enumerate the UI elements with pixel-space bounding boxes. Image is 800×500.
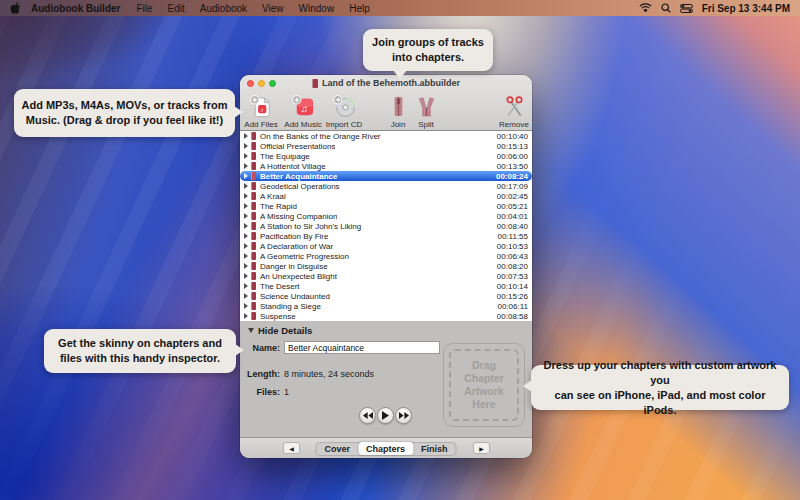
menu-item[interactable]: Edit <box>168 3 185 14</box>
artwork-dropzone-inner: DragChapterArtworkHere <box>449 349 519 421</box>
track-row[interactable]: A Station to Sir John's Liking 00:08:40 <box>240 221 532 231</box>
page-segmented-control: Cover Chapters Finish <box>315 442 456 456</box>
track-name: Suspense <box>260 312 296 321</box>
control-center-icon[interactable] <box>680 4 693 13</box>
chapter-icon <box>251 162 256 170</box>
menu-item[interactable]: Audiobook <box>200 3 247 14</box>
disclosure-triangle-icon[interactable] <box>244 153 248 159</box>
disclosure-triangle-icon[interactable] <box>244 263 248 269</box>
callout-text: Dress up your chapters with custom artwo… <box>537 358 783 388</box>
disclosure-triangle-icon[interactable] <box>244 133 248 139</box>
track-row[interactable]: Pacification By Fire 00:11:55 <box>240 231 532 241</box>
menu-item[interactable]: File <box>136 3 152 14</box>
name-label: Name: <box>242 343 280 353</box>
status-area: Fri Sep 13 3:44 PM <box>639 3 800 14</box>
play-button[interactable] <box>377 407 394 424</box>
chapter-icon <box>251 262 256 270</box>
remove-button[interactable]: Remove <box>492 93 536 129</box>
track-duration: 00:11:55 <box>497 232 528 241</box>
menu-clock[interactable]: Fri Sep 13 3:44 PM <box>702 3 790 14</box>
chapter-icon <box>251 312 256 320</box>
menu-item[interactable]: Help <box>349 3 370 14</box>
disclosure-triangle-icon[interactable] <box>244 213 248 219</box>
menu-item[interactable]: Window <box>299 3 335 14</box>
disclosure-triangle-icon[interactable] <box>244 203 248 209</box>
artwork-hint-line: Chapter <box>464 372 504 385</box>
disclosure-triangle-icon[interactable] <box>244 243 248 249</box>
callout-tail <box>234 106 243 118</box>
track-row[interactable]: Geodetical Operations 00:17:09 <box>240 181 532 191</box>
wifi-icon[interactable] <box>639 3 652 13</box>
add-music-button[interactable]: ♫ Add Music <box>281 93 325 129</box>
track-row[interactable]: A Kraal 00:02:45 <box>240 191 532 201</box>
track-row[interactable]: Official Presentations 00:15:13 <box>240 141 532 151</box>
track-row[interactable]: Better Acquaintance 00:08:24 <box>240 171 532 181</box>
track-row[interactable]: The Equipage 00:06:00 <box>240 151 532 161</box>
tab-finish[interactable]: Finish <box>413 442 456 455</box>
callout-text: Add MP3s, M4As, MOVs, or tracks from <box>20 98 229 113</box>
track-row[interactable]: On the Banks of the Orange River 00:10:4… <box>240 131 532 141</box>
track-row[interactable]: Danger in Disguise 00:08:20 <box>240 261 532 271</box>
join-button[interactable]: Join <box>383 93 413 129</box>
chapter-icon <box>251 252 256 260</box>
tab-chapters[interactable]: Chapters <box>358 442 413 455</box>
track-row[interactable]: A Missing Companion 00:04:01 <box>240 211 532 221</box>
track-duration: 00:08:24 <box>496 172 528 181</box>
disclosure-triangle-icon[interactable] <box>244 303 248 309</box>
track-row[interactable]: An Unexpected Blight 00:07:53 <box>240 271 532 281</box>
add-files-button[interactable]: ♪ Add Files <box>241 93 281 129</box>
disclosure-triangle-icon[interactable] <box>244 193 248 199</box>
callout-text: Get the skinny on chapters and <box>50 336 230 351</box>
track-row[interactable]: Suspense 00:08:58 <box>240 311 532 321</box>
disclosure-triangle-icon[interactable] <box>244 183 248 189</box>
import-cd-button[interactable]: Import CD <box>321 93 367 129</box>
tab-cover[interactable]: Cover <box>316 442 358 455</box>
track-duration: 00:10:53 <box>497 242 528 251</box>
back-arrow-icon: ◀ <box>289 445 294 452</box>
zoom-button[interactable] <box>269 80 276 87</box>
disclosure-triangle-icon[interactable] <box>244 273 248 279</box>
disclosure-triangle-icon[interactable] <box>244 233 248 239</box>
track-row[interactable]: Science Undaunted 00:15:26 <box>240 291 532 301</box>
menu-item[interactable]: View <box>262 3 284 14</box>
disclosure-triangle-icon[interactable] <box>244 223 248 229</box>
import-cd-icon <box>332 94 357 119</box>
forward-button[interactable] <box>395 407 412 424</box>
chapter-name-input[interactable] <box>284 341 440 354</box>
minimize-button[interactable] <box>258 80 265 87</box>
artwork-hint-line: Drag <box>472 359 496 372</box>
forward-arrow-button[interactable]: ▶ <box>473 442 490 454</box>
track-name: Science Undaunted <box>260 292 330 301</box>
disclosure-triangle-icon[interactable] <box>244 143 248 149</box>
track-row[interactable]: The Desert 00:10:14 <box>240 281 532 291</box>
callout-join: Join groups of tracks into chapters. <box>363 29 493 71</box>
apple-logo-icon[interactable] <box>10 2 21 14</box>
disclosure-triangle-icon[interactable] <box>244 313 248 319</box>
track-row[interactable]: A Declaration of War 00:10:53 <box>240 241 532 251</box>
window-chrome: Land of the Behemoth.abbuilder ♪ Add Fil… <box>240 75 532 131</box>
disclosure-triangle-icon[interactable] <box>244 253 248 259</box>
search-icon[interactable] <box>661 3 671 13</box>
files-label: Files: <box>242 387 280 397</box>
disclosure-triangle-icon[interactable] <box>244 283 248 289</box>
disclosure-triangle-icon[interactable] <box>244 173 248 179</box>
chapter-icon <box>251 212 256 220</box>
title-bar[interactable]: Land of the Behemoth.abbuilder <box>240 75 532 91</box>
track-row[interactable]: Standing a Siege 00:06:11 <box>240 301 532 311</box>
chapter-icon <box>251 282 256 290</box>
menu-app-name[interactable]: Audiobook Builder <box>31 3 120 14</box>
chapter-icon <box>251 272 256 280</box>
track-row[interactable]: The Rapid 00:05:21 <box>240 201 532 211</box>
track-row[interactable]: A Geometric Progression 00:06:43 <box>240 251 532 261</box>
disclosure-triangle-icon[interactable] <box>244 293 248 299</box>
hide-details-toggle[interactable]: Hide Details <box>248 325 312 336</box>
split-button[interactable]: Split <box>411 93 441 129</box>
artwork-dropzone[interactable]: DragChapterArtworkHere <box>443 343 525 427</box>
disclosure-triangle-icon[interactable] <box>244 163 248 169</box>
remove-icon <box>502 94 527 119</box>
close-button[interactable] <box>247 80 254 87</box>
back-arrow-button[interactable]: ◀ <box>283 442 300 454</box>
track-row[interactable]: A Hottentot Village 00:13:50 <box>240 161 532 171</box>
rewind-button[interactable] <box>359 407 376 424</box>
callout-tail <box>393 70 407 79</box>
